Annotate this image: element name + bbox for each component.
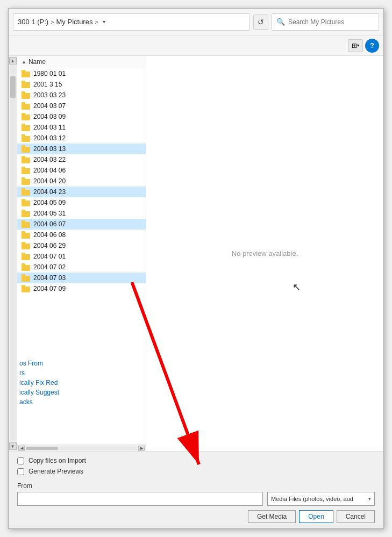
list-item[interactable]: 2004 05 09: [17, 197, 146, 208]
list-item[interactable]: 2004 05 31: [17, 208, 146, 219]
list-item[interactable]: 2004 03 11: [17, 122, 146, 133]
search-box: 🔍: [272, 13, 379, 31]
filetype-dropdown-arrow: ▾: [368, 496, 371, 502]
folder-icon: [22, 220, 30, 228]
list-item[interactable]: 2004 07 03: [17, 273, 146, 283]
cancel-button[interactable]: Cancel: [337, 510, 375, 523]
side-link-5[interactable]: acks: [19, 398, 59, 406]
sort-icon: ▲: [22, 59, 26, 65]
folder-icon: [22, 177, 30, 185]
file-name: 2004 03 11: [33, 124, 66, 131]
list-item[interactable]: 2004 03 12: [17, 133, 146, 144]
list-item[interactable]: 2004 03 22: [17, 154, 146, 165]
file-name: 2004 04 20: [33, 177, 66, 185]
file-name: 2004 07 01: [33, 253, 66, 260]
folder-icon: [22, 145, 30, 153]
file-name: 1980 01 01: [33, 70, 66, 77]
file-name: 2004 07 02: [33, 263, 66, 271]
list-item[interactable]: 2004 07 09: [17, 283, 146, 294]
copy-files-label: Copy files on Import: [28, 457, 86, 464]
file-name: 2004 06 29: [33, 242, 66, 249]
copy-files-checkbox[interactable]: [17, 457, 24, 464]
open-button[interactable]: Open: [299, 510, 333, 523]
cursor-icon: ↖: [293, 281, 301, 293]
scroll-thumb[interactable]: [10, 76, 16, 98]
folder-icon: [22, 199, 30, 206]
bottom-bar: Media Files (photos, video, aud ▾ Get Me…: [17, 492, 375, 523]
folder-icon: [22, 167, 30, 174]
bottom-section: Copy files on Import Generate Previews F…: [9, 451, 383, 528]
scroll-down-arrow[interactable]: ▼: [9, 442, 17, 450]
folder-icon: [22, 253, 30, 260]
file-name: 2003 03 23: [33, 91, 66, 99]
generate-previews-row: Generate Previews: [17, 468, 375, 475]
generate-previews-checkbox[interactable]: [17, 468, 24, 475]
file-name: 2004 04 06: [33, 167, 66, 174]
main-content: ▲ ▼ ▲ Name 1980 01 012001 3 152003 03 23…: [9, 56, 383, 451]
list-item[interactable]: 2003 03 23: [17, 90, 146, 101]
generate-previews-label: Generate Previews: [28, 468, 83, 475]
scroll-up-arrow[interactable]: ▲: [9, 57, 17, 65]
column-header-name[interactable]: ▲ Name: [17, 56, 146, 68]
horizontal-scrollbar[interactable]: ◀ ▶: [17, 445, 146, 451]
file-name: 2004 03 22: [33, 156, 66, 163]
breadcrumb-drive: 300 1 (P:): [18, 18, 48, 26]
h-scroll-track[interactable]: [26, 447, 137, 450]
list-item[interactable]: 2004 03 13: [17, 144, 146, 154]
left-scrollbar[interactable]: ▲ ▼: [9, 56, 17, 451]
filetype-dropdown[interactable]: Media Files (photos, video, aud ▾: [267, 492, 375, 506]
list-item[interactable]: 2004 06 08: [17, 230, 146, 240]
folder-icon: [22, 81, 30, 88]
breadcrumb-dropdown-icon[interactable]: ▾: [103, 19, 105, 25]
folder-icon: [22, 156, 30, 163]
list-item[interactable]: 2004 07 02: [17, 262, 146, 273]
list-item[interactable]: 2004 04 23: [17, 187, 146, 197]
list-item[interactable]: 2004 04 20: [17, 176, 146, 187]
folder-icon: [22, 124, 30, 131]
list-item[interactable]: 2001 3 15: [17, 79, 146, 90]
file-name: 2004 06 07: [33, 220, 66, 228]
folder-icon: [22, 263, 30, 271]
breadcrumb-sep1: >: [51, 19, 54, 25]
side-panel-partial: os From rs ically Fix Red ically Suggest…: [18, 357, 60, 410]
scroll-track[interactable]: [10, 66, 16, 441]
side-link-4[interactable]: ically Suggest: [19, 389, 59, 396]
side-link-3[interactable]: ically Fix Red: [19, 379, 59, 386]
bottom-options: Copy files on Import Generate Previews: [17, 457, 375, 475]
search-input[interactable]: [288, 18, 374, 26]
preview-pane: No preview available. ↖: [146, 56, 383, 451]
refresh-button[interactable]: ↺: [253, 15, 268, 30]
view-dropdown-icon: ▾: [357, 43, 359, 48]
list-item[interactable]: 2004 06 07: [17, 219, 146, 230]
view-button[interactable]: ⊞ ▾: [348, 39, 363, 52]
no-preview-label: No preview available.: [232, 249, 298, 257]
view-icon: ⊞: [352, 42, 357, 49]
h-scroll-right-arrow[interactable]: ▶: [138, 446, 145, 451]
list-item[interactable]: 2004 06 29: [17, 240, 146, 251]
h-scroll-thumb[interactable]: [26, 447, 58, 450]
list-item[interactable]: 2004 04 06: [17, 165, 146, 176]
list-item[interactable]: 1980 01 01: [17, 68, 146, 79]
side-link-2[interactable]: rs: [19, 369, 59, 377]
folder-icon: [22, 210, 30, 217]
filename-input[interactable]: [17, 492, 263, 506]
folder-icon: [22, 274, 30, 282]
side-link-1[interactable]: os From: [19, 360, 59, 367]
breadcrumb-sep2: >: [95, 19, 98, 25]
help-button[interactable]: ?: [365, 39, 379, 53]
file-name: 2004 03 13: [33, 145, 66, 153]
buttons-row: Get Media Open Cancel: [17, 510, 375, 523]
file-name: 2004 03 09: [33, 113, 66, 120]
breadcrumb-area[interactable]: 300 1 (P:) > My Pictures > ▾: [13, 13, 250, 31]
folder-icon: [22, 91, 30, 99]
file-name: 2004 03 07: [33, 102, 66, 110]
help-icon: ?: [370, 41, 374, 49]
list-item[interactable]: 2004 03 09: [17, 111, 146, 122]
filetype-label: Media Files (photos, video, aud: [271, 496, 353, 502]
h-scroll-left-arrow[interactable]: ◀: [18, 446, 25, 451]
get-media-button[interactable]: Get Media: [248, 510, 296, 523]
list-item[interactable]: 2004 07 01: [17, 251, 146, 262]
folder-icon: [22, 285, 30, 292]
list-item[interactable]: 2004 03 07: [17, 101, 146, 111]
folder-icon: [22, 242, 30, 249]
